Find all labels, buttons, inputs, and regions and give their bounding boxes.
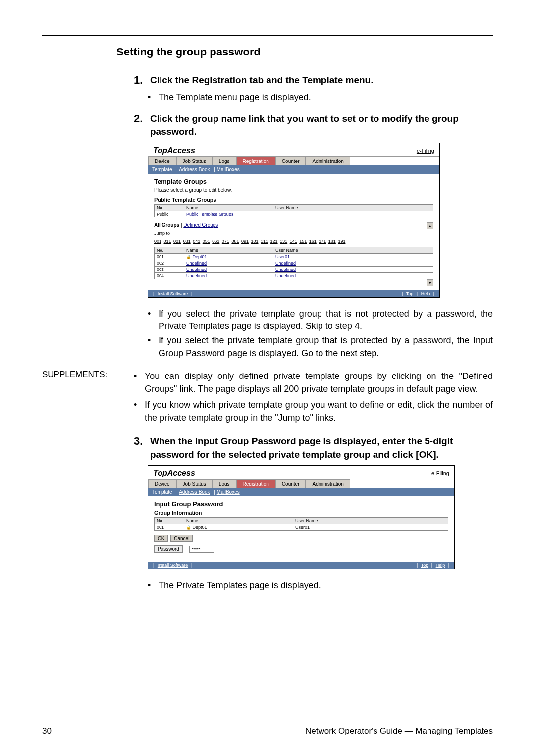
page-number: 30 xyxy=(42,726,52,736)
bullet-icon: • xyxy=(134,398,145,424)
public-template-link[interactable]: Public Template Groups xyxy=(186,212,233,216)
top-link[interactable]: Top xyxy=(406,291,414,296)
post-ss2-bullet: The Private Templates page is displayed. xyxy=(159,579,321,592)
input-group-password-heading: Input Group Password xyxy=(154,500,448,508)
group-name-link[interactable]: Dept01 xyxy=(193,254,207,259)
help-link[interactable]: Help xyxy=(436,563,445,568)
supplement-2: If you know which private template group… xyxy=(145,398,493,424)
lock-icon xyxy=(186,254,191,259)
footer-text: Network Operator's Guide — Managing Temp… xyxy=(305,726,493,736)
logo: TopAccess xyxy=(153,146,195,155)
bullet-icon: • xyxy=(148,334,159,359)
tab-registration[interactable]: Registration xyxy=(236,157,275,165)
jump-to-label: Jump to xyxy=(154,231,346,236)
step-3-text: When the Input Group Password page is di… xyxy=(150,435,493,461)
jump-links[interactable]: 001 011 021 031 041 051 061 071 081 091 … xyxy=(154,239,346,244)
screenshot-input-group-password: TopAccess e-Filing Device Job Status Log… xyxy=(148,465,455,569)
defined-groups-link[interactable]: Defined Groups xyxy=(183,222,218,228)
bullet-icon: • xyxy=(148,579,159,592)
tab-device[interactable]: Device xyxy=(148,479,176,488)
table-row: 002 Undefined Undefined xyxy=(155,260,433,266)
install-software-link[interactable]: Install Software xyxy=(158,291,188,296)
step-1-text: Click the Registration tab and the Templ… xyxy=(150,74,373,87)
private-groups-table: No. Name User Name 001 Dept01 User01 002… xyxy=(154,247,433,279)
template-groups-heading: Template Groups xyxy=(154,178,433,185)
supplements-label: SUPPLEMENTS: xyxy=(42,370,134,427)
scroll-up-icon[interactable]: ▴ xyxy=(427,222,433,229)
public-groups-table: No. Name User Name Public Public Templat… xyxy=(154,204,433,217)
step-number-3: 3. xyxy=(134,435,148,461)
password-label: Password xyxy=(154,545,183,553)
submenu-address-book[interactable]: Address Book xyxy=(179,489,210,495)
submenu-mailboxes[interactable]: MailBoxes xyxy=(217,489,240,495)
submenu-address-book[interactable]: Address Book xyxy=(179,167,210,172)
step-2-text: Click the group name link that you want … xyxy=(150,112,493,139)
bullet-icon: • xyxy=(148,308,159,332)
bullet-icon: • xyxy=(134,370,145,395)
screenshot-template-groups: TopAccess e-Filing Device Job Status Log… xyxy=(148,143,440,298)
cancel-button[interactable]: Cancel xyxy=(170,535,193,542)
group-name-link[interactable]: Undefined xyxy=(186,273,207,278)
tab-job-status[interactable]: Job Status xyxy=(176,479,213,488)
table-row: 001 Dept01 User01 xyxy=(155,253,433,260)
group-name-link[interactable]: Undefined xyxy=(186,267,207,272)
tab-administration[interactable]: Administration xyxy=(306,479,350,488)
submenu-mailboxes[interactable]: MailBoxes xyxy=(217,167,240,172)
tab-counter[interactable]: Counter xyxy=(275,479,306,488)
post-ss1-bullet-2: If you select the private template group… xyxy=(159,334,493,359)
all-groups-label: All Groups xyxy=(154,222,179,228)
table-row: 004 Undefined Undefined xyxy=(155,272,433,279)
install-software-link[interactable]: Install Software xyxy=(158,563,188,568)
step-1-bullet: The Template menu page is displayed. xyxy=(159,91,311,104)
public-template-groups-heading: Public Template Groups xyxy=(154,197,433,203)
efiling-link[interactable]: e-Filing xyxy=(431,470,449,476)
top-link[interactable]: Top xyxy=(421,563,428,568)
tab-logs[interactable]: Logs xyxy=(213,157,236,165)
tab-job-status[interactable]: Job Status xyxy=(176,157,213,165)
lock-icon xyxy=(186,525,191,530)
logo: TopAccess xyxy=(153,469,195,478)
tab-counter[interactable]: Counter xyxy=(275,157,306,165)
tab-device[interactable]: Device xyxy=(148,157,176,165)
post-ss1-bullet-1: If you select the private template group… xyxy=(159,308,493,332)
submenu-template[interactable]: Template xyxy=(152,167,172,172)
tab-registration[interactable]: Registration xyxy=(236,479,275,488)
table-row: 003 Undefined Undefined xyxy=(155,266,433,272)
instruction-text: Please select a group to edit below. xyxy=(154,187,433,193)
step-number-1: 1. xyxy=(134,74,148,87)
ok-button[interactable]: OK xyxy=(154,535,168,542)
tab-logs[interactable]: Logs xyxy=(213,479,236,488)
section-title: Setting the group password xyxy=(116,46,493,58)
group-info-table: No. Name User Name 001 Dept01 User01 xyxy=(154,517,448,531)
supplement-1: You can display only defined private tem… xyxy=(145,370,493,395)
submenu-template[interactable]: Template xyxy=(152,489,172,495)
efiling-link[interactable]: e-Filing xyxy=(417,148,434,154)
group-information-heading: Group Information xyxy=(154,510,448,516)
password-input[interactable]: ***** xyxy=(189,546,214,553)
step-number-2: 2. xyxy=(134,112,148,139)
scroll-down-icon[interactable]: ▾ xyxy=(427,279,433,286)
bullet-icon: • xyxy=(148,91,159,104)
help-link[interactable]: Help xyxy=(421,291,430,296)
tab-administration[interactable]: Administration xyxy=(306,157,350,165)
group-name-link[interactable]: Undefined xyxy=(186,261,207,266)
